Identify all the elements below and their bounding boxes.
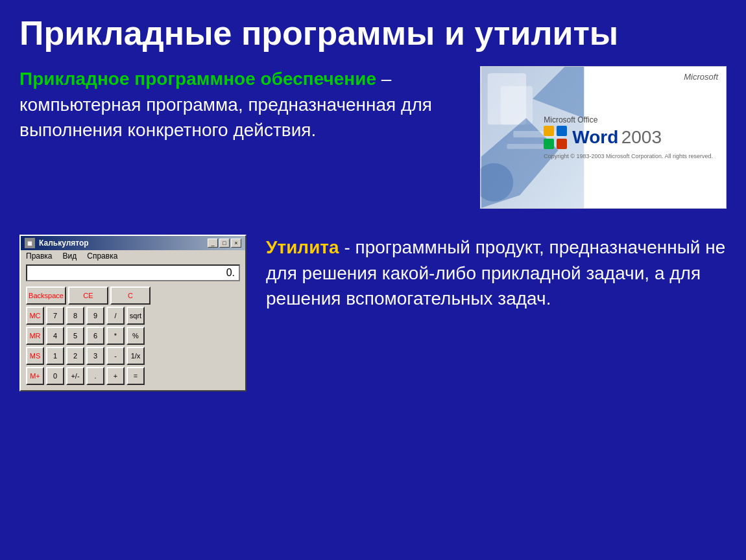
calc-mr-button[interactable]: MR — [26, 327, 44, 345]
svg-rect-2 — [500, 86, 533, 124]
calc-2-button[interactable]: 2 — [66, 347, 84, 365]
calc-close-button[interactable]: × — [231, 239, 241, 248]
calc-minimize-button[interactable]: _ — [208, 239, 218, 248]
office-icon — [544, 126, 567, 149]
calc-display: 0. — [26, 264, 240, 281]
year-label: 2003 — [621, 127, 662, 147]
calc-4-button[interactable]: 4 — [46, 327, 64, 345]
calc-plus-button[interactable]: + — [106, 367, 125, 385]
top-content-area: Прикладное программное обеспечение – ком… — [0, 60, 746, 215]
word-info-block: Microsoft Office Word 2003 Copyright © 1… — [544, 115, 713, 159]
calc-equals-button[interactable]: = — [126, 367, 145, 385]
calc-mc-button[interactable]: MC — [26, 307, 44, 325]
calc-mplus-button[interactable]: M+ — [26, 367, 44, 385]
calc-titlebar: ▦ Калькулятор _ □ × — [21, 236, 245, 250]
utilita-term: Утилита — [266, 237, 339, 257]
calc-8-button[interactable]: 8 — [66, 307, 84, 325]
calc-7-button[interactable]: 7 — [46, 307, 64, 325]
word-logo: Word 2003 — [544, 126, 713, 149]
calc-menu-pravka[interactable]: Правка — [26, 251, 53, 261]
word-splash-box: Microsoft — [480, 66, 727, 209]
word-label: Word — [572, 127, 618, 147]
svg-rect-9 — [557, 126, 567, 136]
calc-title-buttons[interactable]: _ □ × — [208, 239, 241, 248]
calc-0-button[interactable]: 0 — [46, 367, 64, 385]
bottom-content-area: ▦ Калькулятор _ □ × Правка Вид Справка 0… — [0, 222, 746, 404]
calc-row-3: MR 4 5 6 * % — [26, 327, 240, 345]
svg-rect-8 — [544, 126, 554, 136]
calc-5-button[interactable]: 5 — [66, 327, 84, 345]
calc-row-1: Backspace CE C — [26, 286, 240, 305]
ms-office-label: Microsoft Office — [544, 115, 713, 124]
top-left-description: Прикладное программное обеспечение – ком… — [19, 66, 461, 209]
calc-app-icon: ▦ — [25, 238, 35, 248]
calc-row-2: MC 7 8 9 / sqrt — [26, 307, 240, 325]
calc-sqrt-button[interactable]: sqrt — [126, 307, 145, 325]
calculator-widget[interactable]: ▦ Калькулятор _ □ × Правка Вид Справка 0… — [19, 235, 247, 391]
calc-percent-button[interactable]: % — [126, 327, 145, 345]
calc-9-button[interactable]: 9 — [86, 307, 104, 325]
copyright-text: Copyright © 1983-2003 Microsoft Corporat… — [544, 153, 713, 159]
svg-rect-11 — [557, 139, 567, 149]
calc-backspace-button[interactable]: Backspace — [26, 286, 66, 305]
calc-buttons-area: Backspace CE C MC 7 8 9 / sqrt MR 4 5 6 … — [21, 284, 245, 390]
calc-dot-button[interactable]: . — [86, 367, 104, 385]
calc-ce-button[interactable]: CE — [68, 286, 108, 305]
calc-divide-button[interactable]: / — [106, 307, 125, 325]
calc-plusminus-button[interactable]: +/- — [66, 367, 84, 385]
calc-menubar: Правка Вид Справка — [21, 250, 245, 262]
calc-row-4: MS 1 2 3 - 1/x — [26, 347, 240, 365]
calc-1-button[interactable]: 1 — [46, 347, 64, 365]
calc-minus-button[interactable]: - — [106, 347, 125, 365]
calc-title-left: ▦ Калькулятор — [25, 238, 89, 248]
calc-3-button[interactable]: 3 — [86, 347, 104, 365]
calc-c-button[interactable]: C — [110, 286, 150, 305]
svg-rect-10 — [544, 139, 554, 149]
calc-6-button[interactable]: 6 — [86, 327, 104, 345]
calc-multiply-button[interactable]: * — [106, 327, 125, 345]
calc-display-value: 0. — [226, 267, 235, 279]
calc-menu-spravka[interactable]: Справка — [87, 251, 117, 261]
microsoft-label: Microsoft — [684, 72, 718, 82]
calc-row-5: M+ 0 +/- . + = — [26, 367, 240, 385]
green-term: Прикладное программное обеспечение — [19, 69, 376, 89]
bottom-right-description: Утилита - программный продукт, предназна… — [266, 235, 727, 311]
calc-title-text: Калькулятор — [39, 239, 89, 248]
calc-maximize-button[interactable]: □ — [219, 239, 230, 248]
calc-ms-button[interactable]: MS — [26, 347, 44, 365]
calc-menu-vid[interactable]: Вид — [63, 251, 77, 261]
word-splash-image: Microsoft — [480, 66, 727, 209]
calc-reciprocal-button[interactable]: 1/x — [126, 347, 145, 365]
svg-rect-6 — [507, 144, 545, 149]
page-title: Прикладные программы и утилиты — [0, 0, 746, 60]
